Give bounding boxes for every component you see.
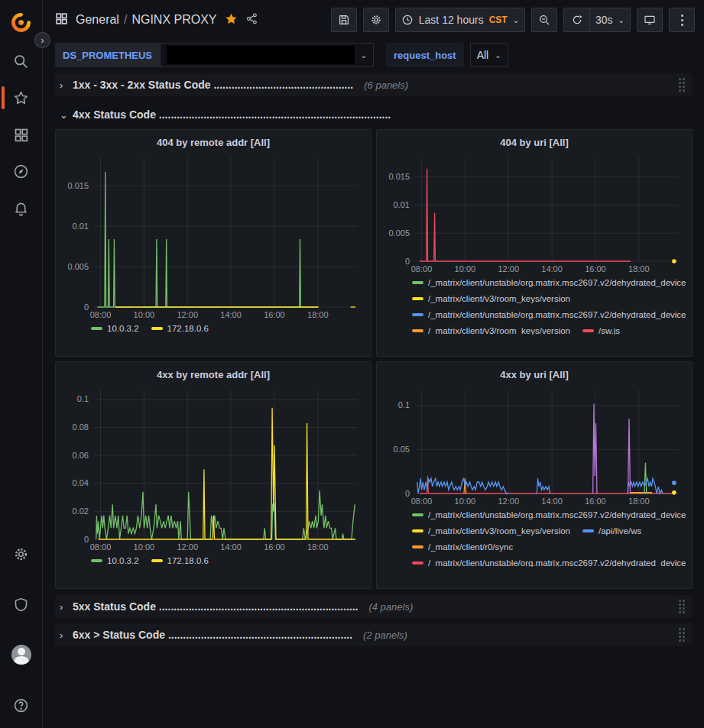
panel-legend: 10.0.3.2172.18.0.6 (62, 321, 365, 339)
help-icon[interactable] (0, 690, 43, 720)
legend-swatch (412, 561, 423, 565)
refresh-button[interactable] (563, 8, 589, 32)
time-series-plot[interactable]: 00.0050.010.01508:0010:0012:0014:0016:00… (383, 151, 686, 275)
legend-swatch (412, 329, 423, 332)
svg-text:18:00: 18:00 (628, 497, 650, 506)
legend-item[interactable]: /_matrix/client/r0/sync (412, 541, 513, 553)
time-range-picker[interactable]: Last 12 hours CST ⌄ (395, 8, 525, 32)
series-point (672, 490, 676, 495)
top-navigation: General/NGINX PROXY Last 12 hours CST ⌄ … (43, 0, 704, 40)
share-icon[interactable] (245, 12, 258, 28)
series-line (96, 490, 355, 539)
panel-title[interactable]: 404 by remote addr [All] (62, 134, 365, 151)
legend-swatch (91, 559, 102, 562)
legend-item[interactable]: 172.18.0.6 (151, 555, 209, 567)
variable-label-ds-prometheus: DS_PROMETHEUS (55, 43, 160, 67)
legend-item[interactable]: /_matrix/client/unstable/org.matrix.msc2… (412, 277, 686, 289)
chevron-right-icon: › (60, 629, 67, 641)
svg-text:0.02: 0.02 (73, 506, 89, 516)
svg-text:0.05: 0.05 (394, 445, 410, 454)
legend-item[interactable]: /_matrix/client/unstable/org.matrix.msc2… (412, 309, 686, 321)
svg-text:16:00: 16:00 (585, 497, 606, 506)
row-4xx[interactable]: ⌄ 4xx Status Code ......................… (55, 105, 693, 125)
svg-text:0.08: 0.08 (73, 422, 89, 432)
row-title: 6xx > Status Code (73, 629, 165, 641)
legend-item[interactable]: /_matrix/client/unstable/org.matrix.msc2… (412, 509, 686, 521)
row-drag-handle[interactable] (679, 600, 685, 613)
svg-text:10:00: 10:00 (134, 542, 155, 552)
legend-item[interactable]: 172.18.0.6 (151, 322, 209, 335)
legend-item[interactable]: /_matrix/client/v3/room_keys/version (412, 293, 570, 305)
legend-item[interactable]: /_matrix/client/unstable/org.matrix.msc2… (412, 557, 686, 567)
svg-text:12:00: 12:00 (498, 264, 519, 273)
series-line (97, 172, 318, 307)
tv-mode-button[interactable] (637, 8, 663, 32)
breadcrumb-section[interactable]: General (76, 13, 119, 26)
legend-item[interactable]: /sw.js (582, 325, 620, 335)
kebab-icon (681, 15, 683, 26)
legend-swatch (91, 327, 102, 330)
legend-label: /_matrix/client/unstable/org.matrix.msc2… (428, 509, 686, 521)
svg-text:0: 0 (405, 489, 410, 498)
sidebar-expand-chevron-icon[interactable]: › (34, 32, 50, 48)
save-dashboard-button[interactable] (331, 8, 357, 32)
favorite-star-icon[interactable] (225, 12, 238, 28)
panel-title[interactable]: 4xx by uri [All] (383, 367, 686, 383)
starred-dashboards-icon[interactable] (0, 83, 43, 113)
server-admin-shield-icon[interactable] (0, 589, 43, 620)
row-1xx-3xx-2xx[interactable]: › 1xx - 3xx - 2xx Status Code ..........… (55, 73, 693, 96)
dashboard-content: › 1xx - 3xx - 2xx Status Code ..........… (43, 70, 704, 728)
row-drag-handle[interactable] (679, 628, 685, 642)
explore-compass-icon[interactable] (0, 156, 43, 186)
refresh-interval-select[interactable]: 30s ⌄ (589, 8, 631, 32)
svg-text:0.005: 0.005 (67, 262, 89, 271)
chevron-down-icon: ⌄ (60, 109, 67, 121)
svg-text:16:00: 16:00 (264, 542, 285, 552)
legend-item[interactable]: /api/live/ws (582, 525, 641, 537)
dashboard-settings-button[interactable] (363, 8, 389, 32)
dashboard-variables-bar: DS_PROMETHEUS ⌄ request_host All ⌄ (43, 40, 704, 70)
chevron-right-icon: › (60, 601, 67, 613)
row-drag-handle[interactable] (679, 78, 685, 92)
chevron-down-icon: ⌄ (495, 51, 501, 60)
legend-item[interactable]: 10.0.3.2 (91, 322, 139, 335)
svg-text:0: 0 (405, 257, 410, 266)
kebab-menu-button[interactable] (669, 8, 695, 32)
legend-item[interactable]: /_matrix/client/v3/room_keys/version (412, 525, 570, 537)
svg-text:14:00: 14:00 (541, 497, 563, 506)
search-icon[interactable] (0, 46, 43, 76)
alerting-bell-icon[interactable] (0, 193, 43, 223)
settings-gear-icon[interactable] (0, 539, 43, 569)
legend-swatch (412, 313, 423, 316)
row-leader-dots: ........................................… (159, 108, 391, 121)
row-6xx[interactable]: › 6xx > Status Code ....................… (55, 623, 693, 646)
time-series-plot[interactable]: 00.050.108:0010:0012:0014:0016:0018:00 (383, 383, 686, 507)
legend-label: 10.0.3.2 (107, 322, 139, 335)
svg-text:14:00: 14:00 (220, 310, 242, 319)
dashboards-icon[interactable] (0, 119, 43, 150)
zoom-out-button[interactable] (531, 8, 557, 32)
series-line (420, 169, 631, 261)
time-series-plot[interactable]: 00.020.040.060.080.108:0010:0012:0014:00… (62, 383, 365, 553)
svg-text:0: 0 (84, 535, 89, 544)
refresh-group: 30s ⌄ (563, 8, 631, 32)
legend-item[interactable]: /_matrix/client/v3/room_keys/version (412, 325, 570, 335)
panel-title[interactable]: 4xx by remote addr [All] (62, 367, 365, 383)
svg-text:08:00: 08:00 (411, 264, 433, 273)
row-5xx[interactable]: › 5xx Status Code ......................… (55, 595, 693, 618)
legend-label: /_matrix/client/unstable/org.matrix.msc2… (428, 277, 686, 289)
request-host-select[interactable]: All ⌄ (470, 43, 508, 67)
svg-text:16:00: 16:00 (585, 264, 606, 273)
legend-item[interactable]: 10.0.3.2 (91, 555, 139, 567)
user-avatar[interactable] (0, 639, 43, 670)
panel-title[interactable]: 404 by uri [All] (383, 134, 686, 151)
datasource-select[interactable]: ⌄ (160, 43, 374, 67)
svg-text:18:00: 18:00 (628, 264, 650, 273)
panels-grid: 404 by remote addr [All]00.0050.010.0150… (55, 129, 693, 589)
svg-text:14:00: 14:00 (541, 264, 563, 273)
breadcrumb-title[interactable]: NGINX PROXY (131, 13, 216, 26)
time-series-plot[interactable]: 00.0050.010.01508:0010:0012:0014:0016:00… (62, 151, 365, 321)
dashboard-grid-icon[interactable] (55, 12, 68, 28)
svg-text:0.04: 0.04 (73, 478, 89, 487)
row-leader-dots: ........................................… (213, 79, 353, 91)
